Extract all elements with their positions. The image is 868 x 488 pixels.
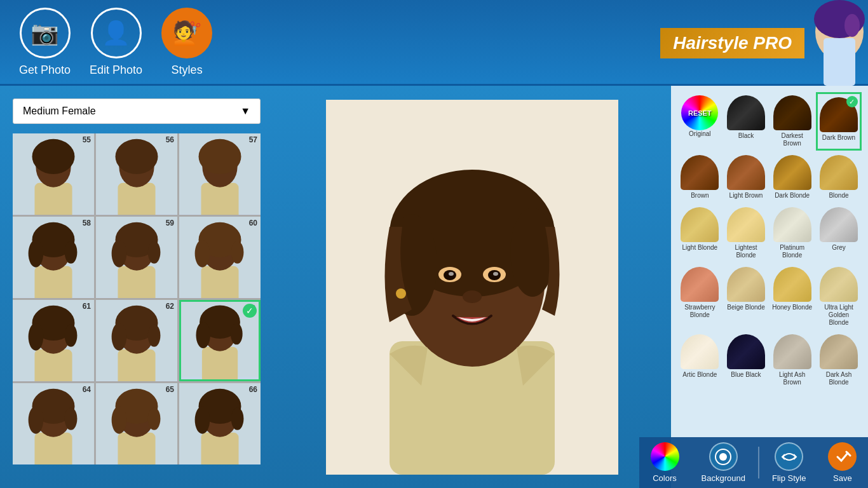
color-item-grey[interactable]: Grey (816, 204, 862, 262)
svg-point-95 (463, 290, 482, 303)
svg-point-98 (719, 453, 727, 461)
color-item-strawberry[interactable]: Strawberry Blonde (677, 264, 722, 330)
svg-point-32 (148, 241, 161, 263)
svg-rect-27 (118, 266, 155, 298)
svg-point-18 (199, 139, 241, 174)
style-item-60[interactable]: 60 (179, 217, 261, 298)
color-swatch-platinum (773, 207, 811, 242)
color-item-black[interactable]: Black (724, 92, 769, 151)
style-item-61[interactable]: 61 (13, 300, 94, 381)
color-swatch-strawberry (681, 267, 719, 302)
style-number: 65 (166, 385, 174, 394)
color-swatch-artic (681, 334, 719, 369)
color-label-lightest-blonde: Lightest Blonde (726, 244, 767, 259)
style-item-56[interactable]: 56 (96, 133, 177, 215)
style-category-dropdown[interactable]: Medium Female ▼ (13, 98, 261, 124)
style-item-55[interactable]: 55 (13, 133, 94, 215)
style-item-66[interactable]: 66 (179, 383, 261, 464)
background-button[interactable]: Background (692, 442, 755, 483)
svg-rect-41 (34, 349, 72, 381)
nav-edit-photo[interactable]: 👤 Edit Photo (90, 8, 142, 77)
svg-rect-76 (201, 433, 238, 464)
color-swatch-ultra-light (820, 267, 858, 302)
style-item-63[interactable]: 63✓ (179, 300, 261, 381)
color-item-light-blonde[interactable]: Light Blonde (677, 204, 722, 262)
style-item-64[interactable]: 64 (13, 383, 94, 464)
color-item-lightest-blonde[interactable]: Lightest Blonde (724, 204, 769, 262)
style-item-57[interactable]: 57 (179, 133, 261, 215)
style-number: 66 (249, 385, 257, 394)
color-label-black: Black (738, 132, 754, 140)
svg-point-13 (116, 139, 158, 174)
color-swatch-darkest-brown (773, 95, 811, 130)
dropdown-value: Medium Female (23, 105, 96, 117)
color-item-beige[interactable]: Beige Blonde (724, 264, 769, 330)
color-item-light-brown[interactable]: Light Brown (724, 152, 769, 203)
app-title: Hairstyle PRO (660, 28, 804, 58)
color-label-ultra-light: Ultra Light Golden Blonde (818, 304, 860, 327)
color-swatch-lightest-blonde (727, 207, 765, 242)
save-button[interactable]: Save (818, 442, 866, 483)
save-icon (828, 442, 857, 471)
color-item-brown[interactable]: Brown (677, 152, 722, 203)
svg-point-38 (195, 240, 210, 267)
color-label-beige: Beige Blonde (727, 304, 765, 311)
color-label-grey: Grey (832, 244, 846, 252)
color-swatch-brown (681, 155, 719, 190)
svg-point-94 (493, 272, 498, 276)
color-label-artic: Artic Blonde (682, 371, 717, 379)
color-item-blue-black[interactable]: Blue Black (724, 331, 769, 390)
style-item-59[interactable]: 59 (96, 217, 177, 298)
style-number: 59 (166, 219, 174, 227)
nav-styles[interactable]: 💇 Styles (161, 8, 212, 77)
color-item-artic[interactable]: Artic Blonde (677, 331, 722, 390)
app-logo: Hairstyle PRO (660, 0, 868, 86)
color-item-light-ash[interactable]: Light Ash Brown (770, 331, 815, 390)
color-label-dark-blonde: Dark Blonde (775, 192, 810, 200)
photo-preview (273, 86, 671, 488)
color-label-blue-black: Blue Black (731, 371, 761, 379)
color-item-honey[interactable]: Honey Blonde (770, 264, 815, 330)
color-grid: RESETOriginalBlackDarkest BrownDark Brow… (677, 92, 862, 390)
color-swatch-black (727, 95, 765, 130)
style-number: 61 (83, 302, 91, 311)
selected-checkmark: ✓ (243, 304, 257, 318)
style-item-65[interactable]: 65 (96, 383, 177, 464)
colors-label: Colors (653, 473, 677, 483)
color-item-blonde[interactable]: Blonde (816, 152, 862, 203)
svg-point-53 (148, 324, 161, 346)
color-label-light-brown: Light Brown (729, 192, 763, 200)
color-swatch-light-brown (727, 155, 765, 190)
camera-icon: 📷 (20, 8, 71, 58)
style-item-62[interactable]: 62 (96, 300, 177, 381)
svg-point-3 (844, 14, 860, 37)
flipstyle-label: Flip Style (772, 473, 806, 483)
svg-point-60 (231, 323, 243, 345)
color-item-dark-ash[interactable]: Dark Ash Blonde (816, 331, 862, 390)
color-swatch-light-ash (773, 334, 811, 369)
color-item-reset[interactable]: RESETOriginal (677, 92, 722, 151)
color-item-ultra-light[interactable]: Ultra Light Golden Blonde (816, 264, 862, 330)
svg-point-45 (29, 323, 44, 350)
colors-panel: RESETOriginalBlackDarkest BrownDark Brow… (671, 86, 868, 488)
person-icon: 👤 (91, 8, 142, 58)
person-photo (326, 100, 618, 475)
color-item-dark-blonde[interactable]: Dark Blonde (770, 152, 815, 203)
logo-illustration (804, 0, 868, 86)
svg-point-52 (112, 323, 127, 350)
color-swatch-beige (727, 267, 765, 302)
flipstyle-button[interactable]: Flip Style (763, 442, 815, 483)
color-item-darkest-brown[interactable]: Darkest Brown (770, 92, 815, 151)
color-label-brown: Brown (691, 192, 709, 200)
color-item-dark-brown[interactable]: Dark Brown✓ (816, 92, 862, 151)
color-item-platinum[interactable]: Platinum Blonde (770, 204, 815, 262)
flipstyle-icon (775, 442, 803, 471)
background-icon (709, 442, 738, 471)
colors-button[interactable]: Colors (641, 442, 689, 483)
svg-rect-20 (34, 266, 72, 298)
nav-get-photo[interactable]: 📷 Get Photo (19, 8, 71, 77)
color-label-strawberry: Strawberry Blonde (679, 304, 721, 319)
svg-point-46 (65, 324, 78, 346)
style-item-58[interactable]: 58 (13, 217, 94, 298)
style-number: 55 (83, 135, 91, 144)
